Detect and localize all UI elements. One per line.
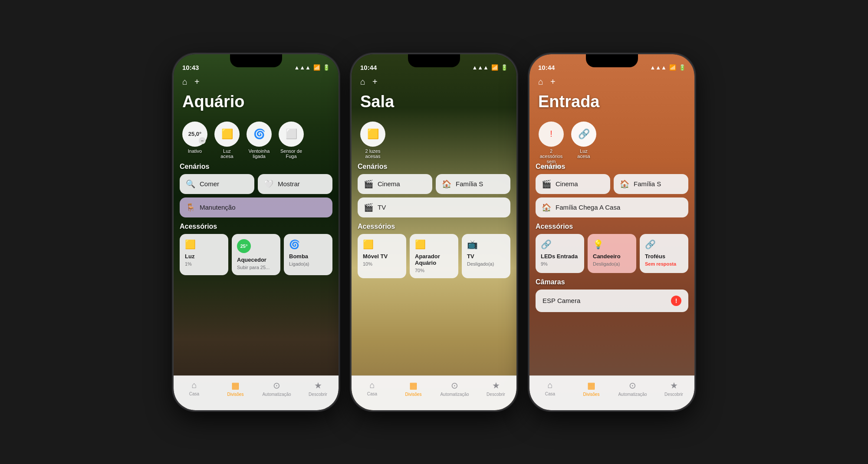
tab-descobrir-label: Descobrir [309,392,327,397]
scenario-cinema-icon: 🎬 [542,179,551,189]
accessories-grid: 🔗 LEDs Entrada 9% 💡 Candeeiro Desligado(… [536,234,688,273]
tile-leds-name: LEDs Entrada [541,253,579,260]
tile-candeeiro-icon: 💡 [593,239,631,250]
scenario-mostrar[interactable]: 🤍 Mostrar [258,174,332,194]
add-nav-icon[interactable]: + [372,77,378,87]
tab-auto-label: Automatização [440,392,469,397]
tab-bar: ⌂ Casa ▦ Divisões ⊙ Automatização ★ Desc… [529,375,694,410]
home-nav-icon[interactable]: ⌂ [182,77,187,87]
wifi-icon: 📶 [669,64,676,71]
tab-divisoes-label: Divisões [405,392,422,397]
ventoinha-label: Ventoinhaligada [249,148,270,159]
add-nav-icon[interactable]: + [194,77,200,87]
add-nav-icon[interactable]: + [550,77,556,87]
tile-movel-name: Móvel TV [363,253,401,260]
tab-descobrir[interactable]: ★ Descobrir [475,380,516,397]
tile-aparador[interactable]: 🟨 Aparador Aquário 70% [410,234,458,278]
accessories-section-label: Acessórios [180,223,332,230]
accessory-temp[interactable]: 25,0° – Inativo [182,122,207,154]
tab-casa[interactable]: ⌂ Casa [529,380,571,396]
tile-movel-tv[interactable]: 🟨 Móvel TV 10% [358,234,406,278]
scenario-mostrar-icon: 🤍 [264,179,273,189]
camera-esp[interactable]: ESP Camera ! [536,290,688,312]
tab-automatizacao[interactable]: ⊙ Automatização [434,380,475,397]
status-icons: ▲▲▲ 📶 🔋 [472,64,508,71]
battery-icon: 🔋 [323,64,330,71]
tab-divisoes-icon: ▦ [409,380,418,391]
tile-candeeiro[interactable]: 💡 Candeeiro Desligado(a) [588,234,636,273]
tile-aquecedor-name: Aquecedor [237,257,275,263]
luz-entrada-label: Luzacesa [577,148,590,159]
tab-descobrir-icon: ★ [492,380,500,391]
tile-bomba-icon: 🌀 [289,239,327,250]
scenario-familia-chega[interactable]: 🏠 Família Chega A Casa [536,197,688,217]
tab-casa-icon: ⌂ [547,380,552,390]
scenario-familia-icon: 🏠 [620,179,629,189]
accessory-luzes[interactable]: 🟨 2 luzesacesas [360,122,385,159]
tab-automatizacao[interactable]: ⊙ Automatização [256,380,297,397]
tile-leds-entrada[interactable]: 🔗 LEDs Entrada 9% [536,234,584,273]
scenario-comer[interactable]: 🔍 Comer [180,174,254,194]
tile-trofeus-icon: 🔗 [645,239,683,250]
sensor-btn[interactable]: ⬜ [279,122,304,147]
tab-divisoes[interactable]: ▦ Divisões [571,380,612,397]
tile-bomba[interactable]: 🌀 Bomba Ligado(a) [284,234,332,275]
tab-casa[interactable]: ⌂ Casa [352,380,393,396]
scenario-familia-label: Família S [634,180,661,188]
tab-divisoes[interactable]: ▦ Divisões [215,380,256,397]
tile-tv[interactable]: 📺 TV Desligado(a) [462,234,510,278]
luz-entrada-btn[interactable]: 🔗 [571,122,596,147]
camera-error-badge: ! [671,296,681,306]
scenario-manutencao[interactable]: 🪑 Manutenção [180,197,332,217]
scenario-familia-chega-label: Família Chega A Casa [556,204,620,211]
luz-btn[interactable]: 🟨 [214,122,240,147]
accessories-grid: 🟨 Luz 1% 25° Aquecedor Subir para 25... … [180,234,332,275]
warning-btn[interactable]: ! [539,122,564,147]
temp-value: 25,0° [188,131,202,137]
tab-auto-icon: ⊙ [629,380,636,391]
scenario-tv[interactable]: 🎬 TV [358,197,510,217]
tile-aquecedor[interactable]: 25° Aquecedor Subir para 25... [232,234,280,275]
scenario-familia[interactable]: 🏠 Família S [436,174,510,194]
phone-entrada: 10:44 ▲▲▲ 📶 🔋 ⌂ + Entrada ! 2 acessór [529,54,694,410]
tab-automatizacao[interactable]: ⊙ Automatização [612,380,653,397]
scenario-tv-label: TV [378,204,386,211]
accessory-luz[interactable]: 🟨 Luzacesa [214,122,240,159]
tile-trofeus[interactable]: 🔗 Troféus Sem resposta [640,234,688,273]
home-nav-icon[interactable]: ⌂ [538,77,543,87]
tile-aparador-icon: 🟨 [415,239,453,250]
temp-minus[interactable]: – [199,137,206,144]
tile-tv-status: Desligado(a) [467,261,505,267]
accessories-section-label: Acessórios [358,223,510,230]
tab-divisoes-icon: ▦ [587,380,595,391]
temp-btn[interactable]: 25,0° – [182,122,207,147]
tile-luz-icon: 🟨 [185,239,223,250]
tab-auto-icon: ⊙ [451,380,458,391]
home-nav-icon[interactable]: ⌂ [360,77,365,87]
scenario-mostrar-label: Mostrar [278,180,300,188]
tile-luz[interactable]: 🟨 Luz 1% [180,234,228,275]
scenario-comer-label: Comer [200,180,219,188]
scenario-comer-icon: 🔍 [186,179,195,189]
tab-divisoes[interactable]: ▦ Divisões [393,380,434,397]
luzes-btn[interactable]: 🟨 [360,122,385,147]
scenario-familia-entrada[interactable]: 🏠 Família S [614,174,688,194]
ventoinha-btn[interactable]: 🌀 [247,122,272,147]
scenario-cinema[interactable]: 🎬 Cinema [358,174,432,194]
status-time: 10:44 [360,64,377,71]
tile-tv-icon: 📺 [467,239,505,250]
accessory-ventoinha[interactable]: 🌀 Ventoinhaligada [247,122,272,159]
tab-descobrir[interactable]: ★ Descobrir [297,380,339,397]
tab-descobrir-label: Descobrir [487,392,505,397]
wifi-icon: 📶 [491,64,498,71]
tile-movel-icon: 🟨 [363,239,401,250]
tab-casa[interactable]: ⌂ Casa [174,380,215,396]
accessory-warning[interactable]: ! 2 acessóriossem resposta [538,122,564,169]
accessory-sensor[interactable]: ⬜ Sensor deFuga [279,122,304,159]
top-nav: ⌂ + [529,77,694,87]
accessory-luz-entrada[interactable]: 🔗 Luzacesa [571,122,596,159]
wifi-icon: 📶 [313,64,320,71]
scenarios-label: Cenários [358,163,510,171]
scenario-cinema-entrada[interactable]: 🎬 Cinema [536,174,610,194]
tab-descobrir[interactable]: ★ Descobrir [653,380,694,397]
